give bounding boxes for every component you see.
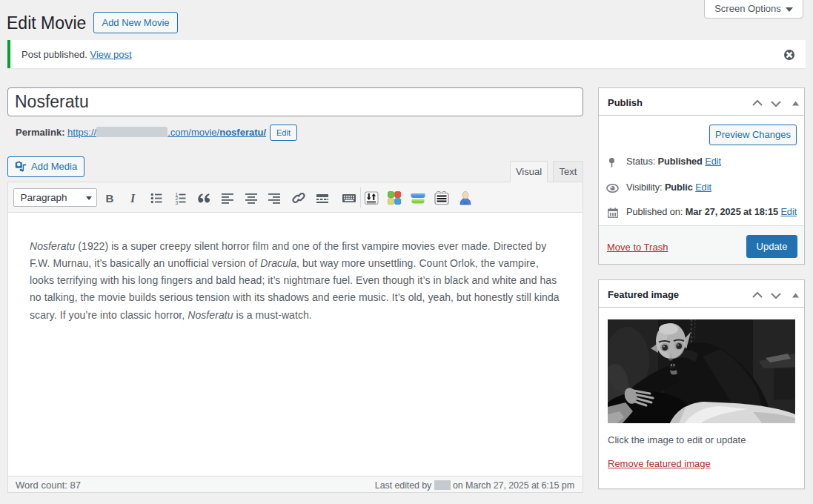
svg-text:B: B [106, 192, 114, 205]
svg-text:3: 3 [175, 200, 178, 205]
svg-text:I: I [130, 192, 136, 205]
